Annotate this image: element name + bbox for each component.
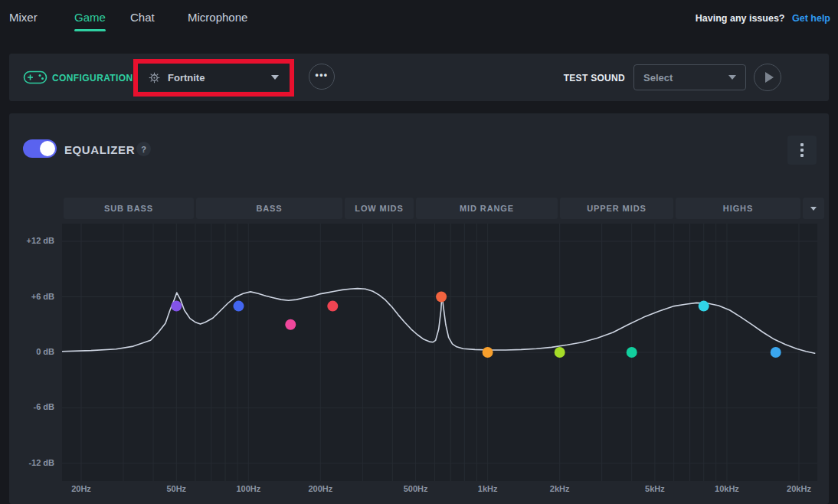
- test-sound-label: TEST SOUND: [564, 73, 625, 83]
- y-axis-label: +6 dB: [12, 292, 54, 301]
- configuration-select-value: Fortnite: [168, 72, 205, 83]
- configuration-label: CONFIGURATION:: [52, 73, 136, 83]
- x-axis-label: 100Hz: [236, 484, 260, 493]
- equalizer-menu-button[interactable]: [787, 136, 817, 165]
- eq-plot: [62, 224, 817, 481]
- x-axis-label: 5kHz: [645, 484, 665, 493]
- test-sound-select-value: Select: [643, 72, 673, 83]
- tab-microphone[interactable]: Microphone: [188, 11, 247, 24]
- equalizer-title: EQUALIZER: [64, 143, 135, 156]
- eq-band-handle-2[interactable]: [234, 301, 244, 312]
- ellipsis-icon: •••: [315, 70, 328, 80]
- x-axis-label: 20Hz: [71, 484, 91, 493]
- x-axis-label: 50Hz: [166, 484, 186, 493]
- tab-mixer[interactable]: Mixer: [9, 11, 38, 24]
- more-options-button[interactable]: •••: [309, 64, 335, 90]
- x-axis-label: 10kHz: [715, 484, 739, 493]
- eq-band-handle-7[interactable]: [555, 347, 565, 358]
- equalizer-toggle[interactable]: [23, 139, 57, 158]
- get-help-link[interactable]: Get help: [792, 13, 830, 24]
- eq-band-handle-4[interactable]: [327, 301, 338, 312]
- y-axis-label: -6 dB: [12, 402, 54, 411]
- x-axis-label: 200Hz: [308, 484, 332, 493]
- configuration-bar: CONFIGURATION: Fortnite ••• TEST SOUND S…: [9, 54, 829, 101]
- x-axis-label: 1kHz: [478, 484, 498, 493]
- kebab-icon: [800, 143, 804, 157]
- steelseries-logo-icon: [149, 72, 160, 83]
- band-button-mid-range[interactable]: MID RANGE: [416, 198, 558, 219]
- x-axis-label: 500Hz: [404, 484, 428, 493]
- band-button-sub-bass[interactable]: SUB BASS: [64, 198, 194, 219]
- toggle-knob: [40, 141, 55, 156]
- band-button-bass[interactable]: BASS: [196, 198, 342, 219]
- tab-chat[interactable]: Chat: [130, 11, 155, 24]
- eq-band-handle-10[interactable]: [771, 347, 781, 358]
- equalizer-help-badge[interactable]: ?: [136, 142, 151, 156]
- equalizer-panel: EQUALIZER ? SUB BASS BASS LOW MIDS MID R…: [9, 113, 829, 504]
- play-icon: [765, 72, 774, 83]
- bands-collapse-button[interactable]: [803, 198, 824, 219]
- band-button-low-mids[interactable]: LOW MIDS: [345, 198, 414, 219]
- y-axis-label: +12 dB: [12, 236, 54, 245]
- y-axis-label: 0 dB: [12, 347, 54, 356]
- eq-band-handle-1[interactable]: [171, 301, 182, 312]
- eq-band-handle-6[interactable]: [483, 347, 493, 358]
- help-question-text: Having any issues?: [696, 13, 785, 24]
- chevron-down-icon: [271, 75, 279, 80]
- chevron-down-icon: [810, 207, 817, 211]
- app-window: Mixer Game Chat Microphone Having any is…: [0, 0, 838, 504]
- chevron-down-icon: [728, 75, 736, 80]
- x-axis-label: 2kHz: [550, 484, 570, 493]
- play-test-sound-button[interactable]: [754, 64, 781, 91]
- eq-band-handle-5[interactable]: [436, 292, 447, 303]
- band-button-upper-mids[interactable]: UPPER MIDS: [560, 198, 673, 219]
- x-axis-label: 20kHz: [787, 484, 811, 493]
- gamepad-icon: [23, 68, 47, 87]
- eq-band-handle-3[interactable]: [285, 319, 296, 330]
- tab-game[interactable]: Game: [74, 11, 106, 24]
- eq-band-handle-9[interactable]: [699, 301, 709, 312]
- y-axis-label: -12 dB: [12, 458, 54, 467]
- eq-band-handle-8[interactable]: [627, 347, 637, 358]
- configuration-select[interactable]: Fortnite: [138, 64, 290, 91]
- band-button-highs[interactable]: HIGHS: [676, 198, 800, 219]
- test-sound-select[interactable]: Select: [633, 64, 746, 90]
- help-area: Having any issues? Get help: [696, 13, 830, 24]
